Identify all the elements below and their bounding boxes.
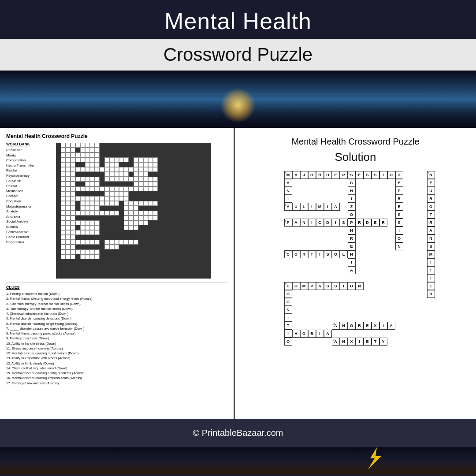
solution-empty-cell [356, 290, 364, 298]
solution-cell: E [427, 179, 435, 187]
word-bank-item: Resilience [6, 148, 52, 153]
clues-list: 1. Feeling of extreme elation (Down)2. M… [6, 291, 227, 386]
cw-cell [192, 220, 197, 225]
solution-empty-cell [316, 322, 324, 330]
cw-cell [124, 274, 129, 279]
cw-cell [177, 177, 182, 182]
cw-cell [80, 264, 85, 269]
cw-cell [61, 216, 66, 220]
cw-cell [153, 186, 158, 191]
cw-cell [56, 172, 61, 177]
solution-empty-cell [332, 306, 340, 314]
cw-cell [153, 157, 158, 162]
cw-cell [134, 206, 138, 211]
cw-cell [206, 216, 211, 220]
clue-item: 2. Mental illness affecting mood and ene… [6, 296, 227, 301]
cw-cell [153, 220, 158, 225]
cw-cell [163, 186, 167, 191]
cw-cell [109, 259, 114, 264]
cw-cell [56, 206, 61, 211]
cw-cell [172, 274, 177, 279]
cw-cell [197, 264, 201, 269]
solution-cell: E [395, 179, 403, 187]
solution-empty-cell [316, 227, 324, 234]
cw-cell [206, 196, 211, 201]
cw-cell [129, 235, 134, 240]
cw-cell [134, 211, 138, 216]
solution-empty-cell [324, 227, 332, 234]
cw-cell [187, 264, 192, 269]
cw-cell [138, 235, 143, 240]
cw-cell [114, 240, 119, 245]
solution-empty-cell [276, 211, 284, 219]
cw-cell [129, 177, 134, 182]
cw-cell [158, 269, 163, 274]
cw-cell [192, 274, 197, 279]
clue-item: 15. Mental disorder causing eating probl… [6, 371, 227, 376]
cw-cell [119, 143, 124, 148]
solution-empty-cell [379, 250, 387, 258]
solution-cell: P [348, 219, 356, 227]
cw-cell [95, 216, 100, 220]
cw-cell [187, 172, 192, 177]
cw-cell [172, 225, 177, 230]
cw-cell [201, 157, 206, 162]
cw-cell [71, 172, 75, 177]
solution-cell: A [292, 219, 300, 227]
solution-empty-cell [276, 274, 284, 282]
solution-empty-cell [308, 274, 316, 282]
cw-cell [66, 259, 71, 264]
cw-cell [187, 245, 192, 249]
cw-cell [124, 225, 129, 230]
solution-cell: O [300, 330, 308, 338]
cw-cell [114, 230, 119, 235]
cw-cell [71, 148, 75, 152]
cw-cell [163, 152, 167, 157]
cw-cell [100, 186, 104, 191]
cw-cell [201, 196, 206, 201]
solution-empty-cell [284, 234, 292, 242]
solution-cell: O [292, 250, 300, 258]
cw-cell [201, 191, 206, 196]
solution-empty-cell [332, 314, 340, 322]
solution-empty-cell [395, 338, 403, 346]
cw-cell [71, 254, 75, 259]
cw-cell [61, 259, 66, 264]
cw-cell [158, 220, 163, 225]
solution-empty-cell [276, 322, 284, 330]
cw-cell [206, 148, 211, 152]
cw-cell [119, 201, 124, 206]
solution-cell: A [324, 330, 332, 338]
solution-empty-cell [411, 203, 419, 211]
cw-cell [197, 230, 201, 235]
cw-cell [153, 143, 158, 148]
cw-cell [66, 264, 71, 269]
solution-empty-cell [340, 274, 348, 282]
solution-cell: N [348, 250, 356, 258]
cw-cell [206, 230, 211, 235]
solution-empty-cell [300, 306, 308, 314]
cw-cell [109, 191, 114, 196]
cw-cell [61, 162, 66, 167]
cw-cell [114, 220, 119, 225]
cw-cell [187, 167, 192, 172]
word-bank-item: Bipolar [6, 168, 52, 173]
cw-cell [75, 186, 80, 191]
solution-empty-cell [387, 234, 395, 242]
cw-cell [163, 225, 167, 230]
cw-cell [90, 162, 95, 167]
cw-cell [104, 269, 109, 274]
cw-cell [177, 264, 182, 269]
solution-empty-cell [276, 330, 284, 338]
solution-empty-cell [276, 179, 284, 187]
solution-cell: I [427, 258, 435, 266]
cw-cell [148, 220, 153, 225]
cw-cell [153, 172, 158, 177]
solution-empty-cell [332, 187, 340, 195]
cw-cell [206, 201, 211, 206]
cw-cell [71, 230, 75, 235]
solution-empty-cell [395, 298, 403, 306]
cw-cell [148, 196, 153, 201]
cw-cell [90, 274, 95, 279]
cw-cell [201, 235, 206, 240]
